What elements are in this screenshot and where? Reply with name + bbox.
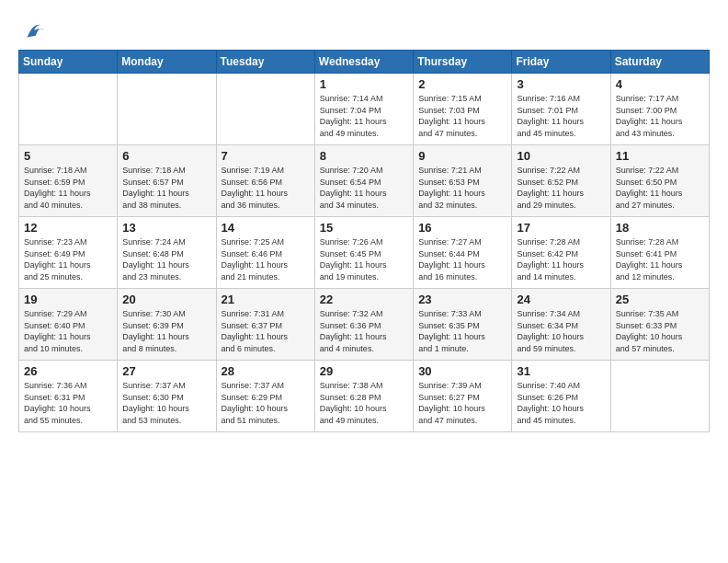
calendar-cell: 26Sunrise: 7:36 AM Sunset: 6:31 PM Dayli… [19,361,118,432]
day-number: 19 [24,293,112,306]
day-number: 31 [517,364,605,378]
page-container: SundayMondayTuesdayWednesdayThursdayFrid… [0,0,728,442]
calendar-cell: 5Sunrise: 7:18 AM Sunset: 6:59 PM Daylig… [19,145,118,217]
day-info: Sunrise: 7:26 AM Sunset: 6:45 PM Dayligh… [320,236,408,282]
logo-icon [20,18,46,44]
weekday-header-sunday: Sunday [19,51,118,74]
day-number: 1 [320,77,408,91]
calendar-cell: 8Sunrise: 7:20 AM Sunset: 6:54 PM Daylig… [314,145,413,217]
day-number: 2 [418,77,506,91]
day-number: 25 [616,293,704,306]
week-row-2: 5Sunrise: 7:18 AM Sunset: 6:59 PM Daylig… [19,145,710,217]
weekday-header-friday: Friday [512,51,610,74]
day-number: 14 [222,221,310,235]
day-number: 6 [122,149,210,163]
day-number: 24 [517,293,605,306]
calendar-cell: 25Sunrise: 7:35 AM Sunset: 6:33 PM Dayli… [610,289,709,361]
header [18,15,710,44]
calendar-cell: 21Sunrise: 7:31 AM Sunset: 6:37 PM Dayli… [216,289,314,361]
day-info: Sunrise: 7:18 AM Sunset: 6:59 PM Dayligh… [24,165,112,211]
day-number: 22 [320,293,408,306]
day-info: Sunrise: 7:28 AM Sunset: 6:41 PM Dayligh… [616,236,704,282]
day-info: Sunrise: 7:34 AM Sunset: 6:34 PM Dayligh… [517,308,605,354]
day-info: Sunrise: 7:39 AM Sunset: 6:27 PM Dayligh… [418,380,506,426]
day-number: 15 [320,221,408,235]
day-number: 29 [320,364,408,378]
calendar-cell: 30Sunrise: 7:39 AM Sunset: 6:27 PM Dayli… [414,361,512,432]
calendar-cell [118,74,216,145]
calendar-cell: 12Sunrise: 7:23 AM Sunset: 6:49 PM Dayli… [19,217,118,289]
day-info: Sunrise: 7:22 AM Sunset: 6:52 PM Dayligh… [517,165,605,211]
day-info: Sunrise: 7:36 AM Sunset: 6:31 PM Dayligh… [24,380,112,426]
calendar-cell: 3Sunrise: 7:16 AM Sunset: 7:01 PM Daylig… [512,74,610,145]
logo [18,18,46,44]
day-number: 11 [616,149,704,163]
day-number: 21 [222,293,310,306]
day-info: Sunrise: 7:19 AM Sunset: 6:56 PM Dayligh… [222,165,310,211]
day-info: Sunrise: 7:15 AM Sunset: 7:03 PM Dayligh… [418,93,506,139]
day-info: Sunrise: 7:27 AM Sunset: 6:44 PM Dayligh… [418,236,506,282]
day-number: 17 [517,221,605,235]
day-number: 20 [122,293,210,306]
calendar-cell: 11Sunrise: 7:22 AM Sunset: 6:50 PM Dayli… [610,145,709,217]
day-info: Sunrise: 7:20 AM Sunset: 6:54 PM Dayligh… [320,165,408,211]
day-number: 9 [418,149,506,163]
day-info: Sunrise: 7:40 AM Sunset: 6:26 PM Dayligh… [517,380,605,426]
calendar-cell: 31Sunrise: 7:40 AM Sunset: 6:26 PM Dayli… [512,361,610,432]
calendar-cell: 22Sunrise: 7:32 AM Sunset: 6:36 PM Dayli… [314,289,413,361]
day-number: 5 [24,149,112,163]
week-row-4: 19Sunrise: 7:29 AM Sunset: 6:40 PM Dayli… [19,289,710,361]
day-number: 27 [122,364,210,378]
weekday-header-tuesday: Tuesday [216,51,314,74]
weekday-header-row: SundayMondayTuesdayWednesdayThursdayFrid… [19,51,710,74]
day-info: Sunrise: 7:35 AM Sunset: 6:33 PM Dayligh… [616,308,704,354]
day-info: Sunrise: 7:22 AM Sunset: 6:50 PM Dayligh… [616,165,704,211]
calendar-cell: 19Sunrise: 7:29 AM Sunset: 6:40 PM Dayli… [19,289,118,361]
weekday-header-saturday: Saturday [610,51,709,74]
calendar-cell [610,361,709,432]
calendar-cell: 16Sunrise: 7:27 AM Sunset: 6:44 PM Dayli… [414,217,512,289]
calendar-cell: 15Sunrise: 7:26 AM Sunset: 6:45 PM Dayli… [314,217,413,289]
day-number: 26 [24,364,112,378]
calendar-table: SundayMondayTuesdayWednesdayThursdayFrid… [18,50,710,432]
calendar-cell: 9Sunrise: 7:21 AM Sunset: 6:53 PM Daylig… [414,145,512,217]
calendar-cell: 1Sunrise: 7:14 AM Sunset: 7:04 PM Daylig… [314,74,413,145]
calendar-cell: 23Sunrise: 7:33 AM Sunset: 6:35 PM Dayli… [414,289,512,361]
day-info: Sunrise: 7:31 AM Sunset: 6:37 PM Dayligh… [222,308,310,354]
calendar-cell: 10Sunrise: 7:22 AM Sunset: 6:52 PM Dayli… [512,145,610,217]
day-number: 12 [24,221,112,235]
day-info: Sunrise: 7:24 AM Sunset: 6:48 PM Dayligh… [122,236,210,282]
day-info: Sunrise: 7:29 AM Sunset: 6:40 PM Dayligh… [24,308,112,354]
calendar-cell: 27Sunrise: 7:37 AM Sunset: 6:30 PM Dayli… [118,361,216,432]
day-number: 23 [418,293,506,306]
week-row-3: 12Sunrise: 7:23 AM Sunset: 6:49 PM Dayli… [19,217,710,289]
day-number: 28 [222,364,310,378]
day-number: 18 [616,221,704,235]
day-number: 13 [122,221,210,235]
day-info: Sunrise: 7:30 AM Sunset: 6:39 PM Dayligh… [122,308,210,354]
day-number: 16 [418,221,506,235]
day-info: Sunrise: 7:33 AM Sunset: 6:35 PM Dayligh… [418,308,506,354]
day-info: Sunrise: 7:38 AM Sunset: 6:28 PM Dayligh… [320,380,408,426]
calendar-cell: 29Sunrise: 7:38 AM Sunset: 6:28 PM Dayli… [314,361,413,432]
calendar-cell: 20Sunrise: 7:30 AM Sunset: 6:39 PM Dayli… [118,289,216,361]
day-info: Sunrise: 7:37 AM Sunset: 6:29 PM Dayligh… [222,380,310,426]
day-number: 10 [517,149,605,163]
calendar-cell: 18Sunrise: 7:28 AM Sunset: 6:41 PM Dayli… [610,217,709,289]
calendar-cell: 17Sunrise: 7:28 AM Sunset: 6:42 PM Dayli… [512,217,610,289]
calendar-cell: 24Sunrise: 7:34 AM Sunset: 6:34 PM Dayli… [512,289,610,361]
week-row-1: 1Sunrise: 7:14 AM Sunset: 7:04 PM Daylig… [19,74,710,145]
weekday-header-monday: Monday [118,51,216,74]
calendar-cell: 7Sunrise: 7:19 AM Sunset: 6:56 PM Daylig… [216,145,314,217]
week-row-5: 26Sunrise: 7:36 AM Sunset: 6:31 PM Dayli… [19,361,710,432]
day-info: Sunrise: 7:16 AM Sunset: 7:01 PM Dayligh… [517,93,605,139]
calendar-cell [19,74,118,145]
day-number: 4 [616,77,704,91]
day-info: Sunrise: 7:32 AM Sunset: 6:36 PM Dayligh… [320,308,408,354]
day-number: 8 [320,149,408,163]
calendar-cell: 6Sunrise: 7:18 AM Sunset: 6:57 PM Daylig… [118,145,216,217]
day-info: Sunrise: 7:21 AM Sunset: 6:53 PM Dayligh… [418,165,506,211]
day-info: Sunrise: 7:17 AM Sunset: 7:00 PM Dayligh… [616,93,704,139]
day-info: Sunrise: 7:23 AM Sunset: 6:49 PM Dayligh… [24,236,112,282]
day-number: 3 [517,77,605,91]
